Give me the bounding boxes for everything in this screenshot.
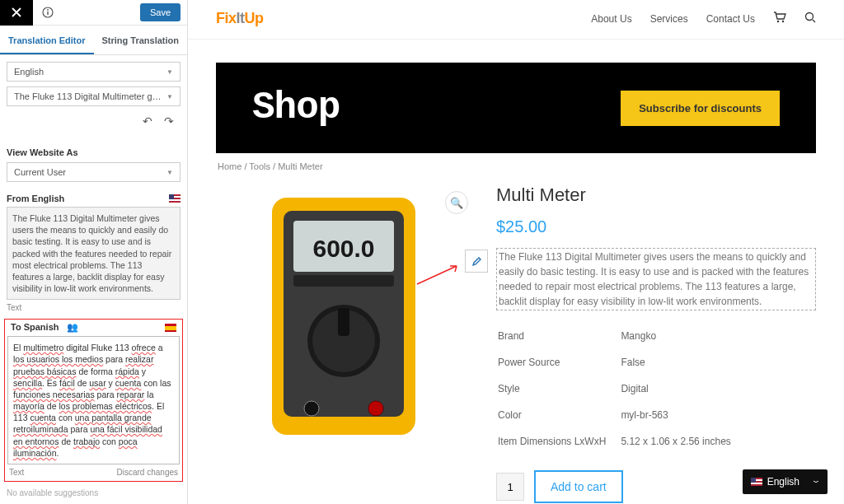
target-type-label: Text [9,468,24,477]
site-preview: FixItUp About UsServicesContact Us Shop … [188,0,844,504]
info-icon[interactable] [33,7,63,18]
table-row: BrandMangko [498,324,744,348]
segment-select[interactable]: The Fluke 113 Digital Multimeter gives u… [7,86,181,106]
svg-point-15 [368,401,383,416]
product-price: $25.00 [496,217,816,236]
svg-text:600.0: 600.0 [312,235,374,262]
view-as-select[interactable]: Current User▼ [7,162,181,182]
flag-es-icon [165,324,176,332]
svg-rect-10 [293,275,394,287]
search-icon[interactable] [804,12,816,26]
close-button[interactable] [0,0,33,26]
language-switcher-label: English [767,476,799,488]
table-row: StyleDigital [498,376,744,401]
svg-point-1 [47,9,49,11]
source-text: The Fluke 113 Digital Multimeter gives u… [7,207,181,300]
nav-link[interactable]: About Us [591,13,631,25]
save-button[interactable]: Save [140,3,181,21]
segment-select-value: The Fluke 113 Digital Multimeter gives u… [14,91,162,101]
language-select[interactable]: English▼ [7,62,181,82]
tab-string-translation[interactable]: String Translation [94,26,188,54]
table-row: Power SourceFalse [498,350,744,375]
prev-segment-icon[interactable]: ↶ [143,114,152,128]
svg-point-4 [782,21,784,22]
from-language-label: From English [7,194,64,203]
callout-arrow-icon [415,263,463,287]
table-row: Item Dimensions LxWxH5.12 x 1.06 x 2.56 … [498,429,744,454]
no-suggestions-text: No available suggestions [0,482,187,504]
translation-sidebar: Save Translation Editor String Translati… [0,0,188,504]
tab-translation-editor[interactable]: Translation Editor [0,26,94,54]
product-title: Multi Meter [496,184,816,206]
banner-title: Shop [252,86,340,129]
view-as-heading: View Website As [0,142,187,161]
edit-translation-button[interactable] [465,250,488,273]
next-segment-icon[interactable]: ↷ [164,114,174,128]
product-description[interactable]: The Fluke 113 Digital Multimeter gives u… [496,248,816,310]
nav-link[interactable]: Services [650,13,688,25]
svg-point-3 [777,21,779,22]
site-logo[interactable]: FixItUp [216,10,264,27]
product-attributes-table: BrandMangkoPower SourceFalseStyleDigital… [496,322,746,455]
target-highlight-box: To Spanish 👥 El multimetro digital Fluke… [4,319,183,482]
svg-point-14 [304,401,319,416]
discard-changes-link[interactable]: Discard changes [117,468,178,477]
svg-rect-13 [338,308,349,336]
language-select-value: English [14,67,44,77]
language-switcher[interactable]: English [743,469,828,494]
breadcrumb[interactable]: Home / Tools / Multi Meter [216,153,816,180]
cart-icon[interactable] [773,12,786,26]
view-as-value: Current User [14,167,66,177]
quantity-input[interactable] [496,473,524,501]
subscribe-button[interactable]: Subscribe for discounts [621,91,780,126]
add-to-cart-button[interactable]: Add to cart [534,470,623,503]
shop-banner: Shop Subscribe for discounts [216,63,816,153]
table-row: Colormyl-br-563 [498,403,744,427]
source-type-label: Text [0,303,187,319]
svg-rect-2 [47,12,48,15]
flag-us-icon [751,478,762,486]
product-image[interactable]: 600.0 [265,193,422,440]
to-language-label: To Spanish [11,322,59,332]
flag-us-icon [169,194,181,203]
nav-link[interactable]: Contact Us [706,13,755,25]
svg-point-5 [806,13,814,21]
zoom-icon[interactable]: 🔍 [445,191,468,214]
translation-textarea[interactable]: El multimetro digital Fluke 113 ofrece a… [7,336,180,464]
collaborators-icon[interactable]: 👥 [67,322,78,332]
